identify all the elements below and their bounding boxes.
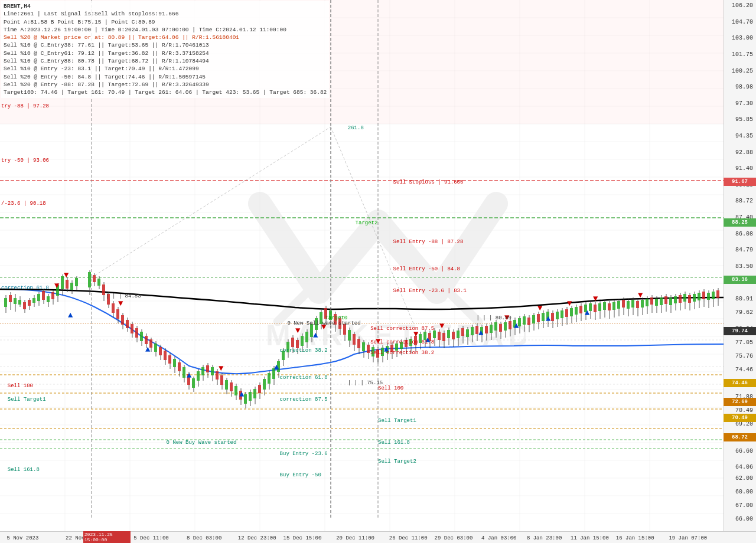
- svg-rect-206: [362, 342, 365, 351]
- svg-rect-152: [234, 386, 237, 395]
- svg-text:▼: ▼: [537, 303, 543, 313]
- svg-rect-268: [509, 321, 511, 329]
- svg-rect-262: [494, 322, 497, 331]
- svg-rect-104: [121, 315, 124, 325]
- svg-rect-118: [154, 344, 157, 352]
- svg-rect-278: [532, 315, 535, 323]
- svg-rect-134: [192, 378, 195, 388]
- svg-rect-352: [707, 293, 710, 300]
- svg-rect-128: [178, 362, 181, 371]
- svg-rect-252: [471, 327, 474, 335]
- buy-entry-236-label: Buy Entry -23.6: [280, 451, 328, 457]
- svg-rect-86: [70, 283, 73, 290]
- svg-rect-160: [253, 389, 256, 398]
- svg-rect-294: [570, 308, 573, 316]
- svg-rect-158: [249, 392, 252, 401]
- svg-text:▼: ▼: [439, 321, 445, 331]
- svg-rect-66: [23, 302, 26, 309]
- svg-rect-72: [37, 294, 40, 301]
- target0-label: Target0: [325, 315, 347, 321]
- svg-text:▲: ▲: [585, 308, 590, 318]
- svg-text:▼: ▼: [54, 281, 60, 290]
- selltarget2-price-box: 68.72: [724, 433, 756, 441]
- sell-entry-88-label: Sell Entry -88 | 87.28: [393, 239, 464, 245]
- svg-rect-150: [230, 382, 233, 391]
- svg-rect-280: [537, 314, 540, 322]
- svg-text:▼: ▼: [295, 326, 301, 335]
- target2-price-box: 88.25: [724, 218, 756, 227]
- svg-rect-350: [702, 292, 705, 299]
- svg-text:▲: ▲: [187, 371, 192, 380]
- sell100-left-label: Sell 100: [8, 383, 33, 389]
- sell100-right-label: Sell 100: [378, 385, 403, 391]
- svg-rect-330: [655, 299, 658, 306]
- svg-text:▲: ▲: [546, 314, 551, 323]
- svg-rect-182: [305, 332, 308, 342]
- svg-rect-264: [499, 324, 502, 332]
- svg-rect-120: [159, 347, 162, 355]
- svg-text:▲: ▲: [478, 328, 484, 338]
- svg-rect-296: [575, 307, 578, 315]
- svg-rect-312: [612, 302, 615, 310]
- svg-rect-258: [485, 326, 488, 333]
- svg-rect-162: [258, 385, 261, 393]
- svg-rect-298: [579, 306, 582, 313]
- svg-line-383: [92, 127, 331, 277]
- try236-label: /-23.6 | 90.18: [1, 201, 46, 207]
- svg-rect-122: [164, 351, 167, 360]
- svg-rect-164: [263, 379, 266, 390]
- svg-text:▼: ▼: [219, 364, 224, 373]
- svg-text:▲: ▲: [274, 362, 279, 372]
- info-line3: Point A:81.58 B Point B:75.15 | Point C:…: [4, 18, 327, 26]
- svg-rect-250: [466, 329, 469, 337]
- svg-rect-74: [42, 291, 45, 300]
- svg-rect-78: [51, 292, 54, 299]
- svg-rect-286: [551, 313, 554, 321]
- svg-rect-130: [183, 367, 185, 378]
- sell100-price-box: 74.46: [724, 379, 756, 387]
- svg-rect-318: [627, 301, 630, 309]
- info-line11: Sell %20 @ Entry -88: 87.28 || Target:72…: [4, 81, 327, 89]
- correction618-price-box: 83.36: [724, 276, 756, 284]
- svg-text:▼: ▼: [567, 299, 572, 308]
- svg-rect-238: [438, 332, 441, 340]
- svg-rect-308: [603, 302, 606, 310]
- sell-entry-50-label: Sell Entry -50 | 84.8: [393, 266, 460, 272]
- new-sell-wave-label: 0 New Sell wave started: [287, 320, 360, 326]
- sell-correction-875-label: Sell correction 87.5: [370, 326, 434, 332]
- selltarget1-right-label: Sell Target1: [378, 418, 416, 424]
- svg-rect-326: [646, 299, 649, 306]
- svg-rect-338: [674, 296, 677, 303]
- svg-rect-288: [556, 312, 559, 319]
- sell-stoploss-price-box: 91.67: [724, 178, 756, 186]
- svg-rect-292: [565, 309, 568, 317]
- svg-rect-260: [490, 325, 493, 333]
- svg-text:▲: ▲: [145, 345, 151, 354]
- svg-rect-58: [4, 298, 7, 307]
- svg-rect-180: [301, 336, 304, 346]
- svg-rect-208: [367, 345, 370, 353]
- selltarget2-right-label: Sell Target2: [378, 459, 416, 465]
- svg-rect-100: [112, 303, 115, 313]
- svg-rect-68: [28, 300, 31, 306]
- svg-rect-328: [650, 297, 653, 305]
- try88-label: try -88 | 97.28: [1, 103, 49, 109]
- price-8483-label: | | | 84.83: [106, 293, 141, 299]
- svg-rect-274: [523, 316, 526, 325]
- svg-text:▲: ▲: [239, 390, 245, 399]
- svg-rect-282: [542, 313, 545, 321]
- svg-rect-306: [598, 303, 601, 311]
- svg-rect-344: [688, 295, 691, 303]
- selltarget1-left-label: Sell Target1: [8, 397, 46, 403]
- svg-rect-88: [75, 278, 78, 286]
- svg-rect-346: [693, 294, 696, 302]
- svg-text:▲: ▲: [313, 331, 318, 340]
- svg-rect-96: [102, 284, 105, 295]
- svg-rect-90: [88, 272, 91, 287]
- svg-rect-64: [18, 300, 21, 305]
- price-axis: 106.20 104.70 103.00 101.75 100.25 98.98…: [724, 0, 756, 543]
- svg-rect-248: [461, 328, 464, 336]
- svg-rect-156: [244, 394, 247, 404]
- svg-rect-240: [442, 333, 445, 341]
- svg-rect-126: [173, 359, 176, 367]
